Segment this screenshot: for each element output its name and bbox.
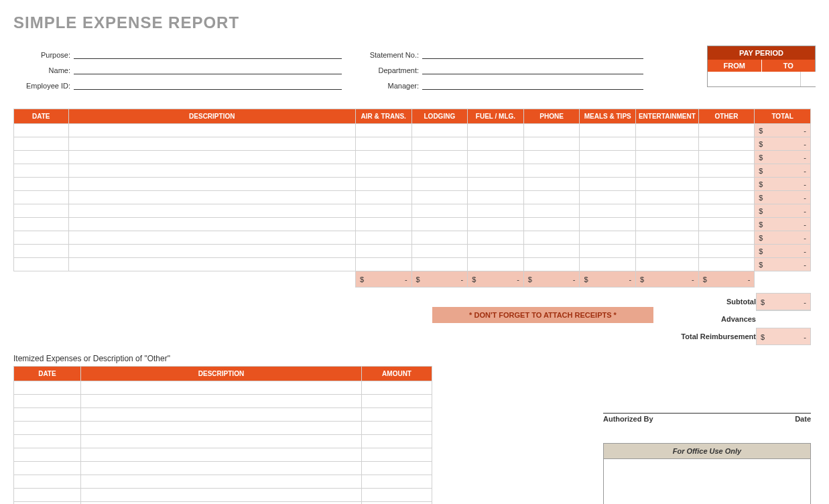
cell-input[interactable] — [699, 191, 755, 204]
cell-input[interactable] — [580, 258, 635, 271]
cell-input[interactable] — [14, 245, 68, 257]
cell-input[interactable] — [356, 218, 411, 231]
cell-input[interactable] — [69, 164, 355, 177]
cell-input[interactable] — [81, 489, 361, 501]
cell-input[interactable] — [580, 204, 635, 217]
cell-input[interactable] — [362, 422, 432, 434]
cell-input[interactable] — [524, 164, 580, 177]
cell-input[interactable] — [699, 124, 755, 137]
cell-input[interactable] — [580, 191, 635, 204]
cell-input[interactable] — [14, 381, 80, 394]
cell-input[interactable] — [69, 124, 355, 137]
cell-input[interactable] — [580, 124, 635, 137]
cell-input[interactable] — [636, 137, 698, 150]
cell-input[interactable] — [524, 231, 580, 244]
cell-input[interactable] — [81, 448, 361, 461]
cell-input[interactable] — [699, 164, 755, 177]
cell-input[interactable] — [699, 258, 755, 271]
cell-input[interactable] — [69, 178, 355, 190]
cell-input[interactable] — [69, 204, 355, 217]
cell-input[interactable] — [636, 204, 698, 217]
cell-input[interactable] — [636, 178, 698, 190]
cell-input[interactable] — [468, 218, 523, 231]
cell-input[interactable] — [580, 231, 635, 244]
cell-input[interactable] — [14, 258, 68, 271]
cell-input[interactable] — [468, 245, 523, 257]
cell-input[interactable] — [699, 245, 755, 257]
cell-input[interactable] — [412, 245, 468, 257]
cell-input[interactable] — [69, 258, 355, 271]
cell-input[interactable] — [468, 151, 523, 164]
cell-input[interactable] — [699, 218, 755, 231]
cell-input[interactable] — [362, 408, 432, 421]
cell-input[interactable] — [356, 191, 411, 204]
cell-input[interactable] — [356, 204, 411, 217]
cell-input[interactable] — [362, 475, 432, 488]
cell-input[interactable] — [412, 137, 468, 150]
cell-input[interactable] — [468, 137, 523, 150]
cell-input[interactable] — [14, 137, 68, 150]
cell-input[interactable] — [636, 245, 698, 257]
cell-input[interactable] — [362, 448, 432, 461]
cell-input[interactable] — [412, 218, 468, 231]
cell-input[interactable] — [69, 137, 355, 150]
pay-to-input[interactable] — [801, 72, 829, 86]
cell-input[interactable] — [580, 137, 635, 150]
cell-input[interactable] — [14, 178, 68, 190]
cell-input[interactable] — [356, 151, 411, 164]
cell-input[interactable] — [14, 218, 68, 231]
cell-input[interactable] — [524, 191, 580, 204]
employee-id-input[interactable] — [74, 78, 342, 90]
cell-input[interactable] — [636, 124, 698, 137]
cell-input[interactable] — [699, 231, 755, 244]
cell-input[interactable] — [356, 137, 411, 150]
cell-input[interactable] — [699, 137, 755, 150]
cell-input[interactable] — [412, 231, 468, 244]
cell-input[interactable] — [524, 245, 580, 257]
cell-input[interactable] — [14, 435, 80, 448]
cell-input[interactable] — [580, 178, 635, 190]
cell-input[interactable] — [14, 164, 68, 177]
cell-input[interactable] — [468, 124, 523, 137]
cell-input[interactable] — [636, 151, 698, 164]
purpose-input[interactable] — [74, 47, 342, 59]
cell-input[interactable] — [412, 164, 468, 177]
cell-input[interactable] — [636, 218, 698, 231]
cell-input[interactable] — [362, 395, 432, 407]
cell-input[interactable] — [14, 462, 80, 475]
manager-input[interactable] — [422, 78, 643, 90]
cell-input[interactable] — [14, 124, 68, 137]
department-input[interactable] — [422, 62, 643, 74]
cell-input[interactable] — [468, 204, 523, 217]
cell-input[interactable] — [81, 381, 361, 394]
cell-input[interactable] — [468, 164, 523, 177]
cell-input[interactable] — [524, 151, 580, 164]
cell-input[interactable] — [580, 245, 635, 257]
cell-input[interactable] — [14, 422, 80, 434]
cell-input[interactable] — [412, 204, 468, 217]
cell-input[interactable] — [356, 258, 411, 271]
cell-input[interactable] — [524, 124, 580, 137]
cell-input[interactable] — [699, 204, 755, 217]
cell-input[interactable] — [412, 178, 468, 190]
cell-input[interactable] — [468, 191, 523, 204]
cell-input[interactable] — [14, 204, 68, 217]
pay-from-input[interactable] — [708, 72, 801, 86]
cell-input[interactable] — [81, 462, 361, 475]
cell-input[interactable] — [81, 395, 361, 407]
cell-input[interactable] — [362, 435, 432, 448]
cell-input[interactable] — [81, 408, 361, 421]
cell-input[interactable] — [468, 178, 523, 190]
cell-input[interactable] — [580, 218, 635, 231]
cell-input[interactable] — [636, 191, 698, 204]
cell-input[interactable] — [14, 395, 80, 407]
statement-input[interactable] — [422, 47, 643, 59]
cell-input[interactable] — [69, 191, 355, 204]
cell-input[interactable] — [580, 151, 635, 164]
cell-input[interactable] — [699, 151, 755, 164]
cell-input[interactable] — [362, 381, 432, 394]
cell-input[interactable] — [81, 422, 361, 434]
cell-input[interactable] — [362, 489, 432, 501]
cell-input[interactable] — [524, 137, 580, 150]
cell-input[interactable] — [69, 231, 355, 244]
